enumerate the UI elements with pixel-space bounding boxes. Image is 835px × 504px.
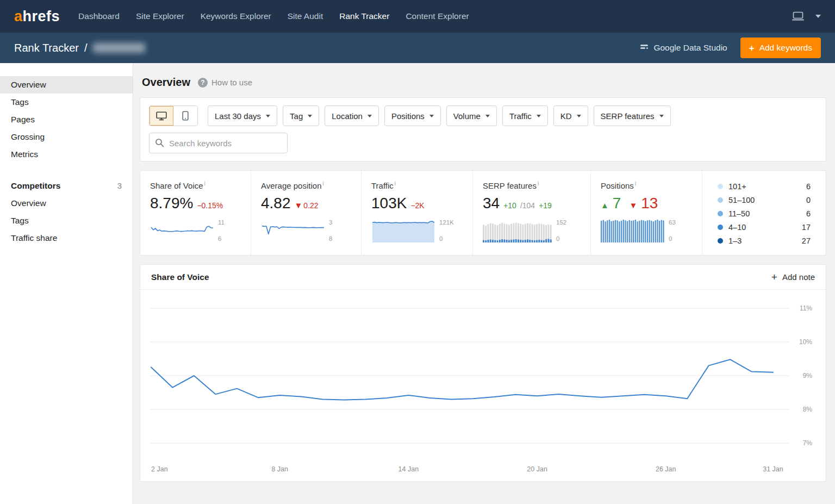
account-chevron-down-icon[interactable] [815, 15, 821, 18]
sparkline-row: 1520 [483, 219, 581, 242]
competitors-label: Competitors [11, 181, 60, 191]
metric-card-average-position[interactable]: Average positioni4.82▼0.2238 [251, 171, 362, 255]
up-triangle-icon: ▲ [601, 201, 609, 210]
positions-legend: 101+651–100011–5064–10171–327 [702, 171, 826, 255]
chevron-down-icon [485, 115, 490, 117]
sparkline-min-label: 6 [218, 235, 225, 242]
sparkline-share-of-voice [150, 219, 214, 242]
legend-dot [718, 184, 723, 189]
how-to-use-label: How to use [211, 78, 252, 87]
legend-value: 0 [791, 196, 811, 204]
nav-item-site-explorer[interactable]: Site Explorer [136, 11, 184, 21]
metric-delta: /104 [520, 201, 535, 210]
filter-positions[interactable]: Positions [384, 105, 441, 126]
filter-kd[interactable]: KD [553, 105, 588, 126]
sidebar-competitors-item-overview[interactable]: Overview [0, 195, 133, 212]
sparkline-row: 630 [601, 219, 692, 242]
sparkline-serp-features [483, 219, 552, 242]
filter-label: Location [332, 111, 363, 121]
metric-delta: −0.15% [197, 201, 223, 210]
sidebar-item-tags[interactable]: Tags [0, 94, 133, 111]
nav-item-site-audit[interactable]: Site Audit [288, 11, 323, 21]
sidebar-item-metrics[interactable]: Metrics [0, 146, 133, 163]
metric-delta: +10 [503, 201, 516, 210]
metric-value: 8.79% [150, 195, 193, 212]
legend-dot [718, 197, 723, 203]
filter-location[interactable]: Location [325, 105, 379, 126]
sidebar-item-pages[interactable]: Pages [0, 111, 133, 128]
y-axis-tick: 7% [803, 439, 813, 447]
sparkline-max-label: 11 [218, 219, 225, 226]
main-content: Overview ? How to use [133, 63, 835, 504]
google-data-studio-label: Google Data Studio [653, 43, 727, 53]
sparkline-row: 121K0 [371, 219, 463, 242]
device-toggle [149, 105, 198, 126]
legend-row-51-100[interactable]: 51–1000 [718, 193, 811, 207]
add-keywords-button[interactable]: + Add keywords [740, 38, 821, 58]
metric-card-positions[interactable]: Positionsi▲7▼13630 [591, 171, 702, 255]
info-icon: i [635, 181, 636, 186]
sidebar-item-grossing[interactable]: Grossing [0, 128, 133, 146]
legend-label: 51–100 [728, 196, 791, 204]
legend-row-11-50[interactable]: 11–506 [718, 207, 811, 220]
legend-label: 101+ [728, 182, 791, 191]
info-icon: i [538, 181, 539, 186]
info-icon: i [322, 181, 323, 186]
legend-row-1-3[interactable]: 1–327 [718, 234, 811, 247]
how-to-use-link[interactable]: ? How to use [198, 78, 252, 88]
nav-item-rank-tracker[interactable]: Rank Tracker [339, 11, 389, 21]
metric-delta: +19 [539, 201, 552, 210]
metric-card-share-of-voice[interactable]: Share of Voicei8.79%−0.15%116 [140, 171, 251, 255]
nav-item-keywords-explorer[interactable]: Keywords Explorer [201, 11, 271, 21]
share-of-voice-chart[interactable]: 11%10%9%8%7%2 Jan8 Jan14 Jan20 Jan26 Jan… [150, 296, 814, 477]
mobile-toggle-button[interactable] [173, 106, 197, 126]
nav-item-dashboard[interactable]: Dashboard [78, 11, 120, 21]
sparkline-max-label: 63 [669, 219, 676, 226]
filter-volume[interactable]: Volume [446, 105, 497, 126]
chevron-down-icon [537, 115, 541, 117]
metric-card-traffic[interactable]: Traffici103K−2K121K0 [362, 171, 473, 255]
project-name-blurred[interactable] [93, 43, 145, 53]
sidebar: OverviewTagsPagesGrossingMetrics Competi… [0, 63, 133, 504]
google-data-studio-link[interactable]: Google Data Studio [640, 43, 727, 53]
metrics-cards-panel: Share of Voicei8.79%−0.15%116Average pos… [140, 170, 826, 256]
chevron-down-icon [659, 115, 664, 117]
filter-label: Volume [453, 111, 481, 121]
legend-label: 11–50 [728, 209, 791, 218]
sparkline-row: 38 [261, 219, 351, 242]
chevron-down-icon [367, 115, 372, 117]
metric-card-serp-features[interactable]: SERP featuresi34+10/104+191520 [473, 171, 591, 255]
metric-card-title: Positionsi [601, 181, 692, 190]
sidebar-competitors-item-traffic-share[interactable]: Traffic share [0, 229, 133, 247]
add-note-button[interactable]: + Add note [771, 272, 815, 282]
legend-row-4-10[interactable]: 4–1017 [718, 220, 811, 234]
legend-label: 4–10 [728, 223, 791, 232]
sidebar-competitors-item-tags[interactable]: Tags [0, 212, 133, 229]
metric-value-row: 4.82▼0.22 [261, 195, 351, 212]
sparkline-traffic [371, 219, 435, 242]
legend-value: 27 [791, 237, 811, 245]
sparkline-max-label: 152 [556, 219, 566, 226]
breadcrumb: Rank Tracker / [14, 42, 145, 54]
x-axis-tick: 31 Jan [763, 465, 783, 473]
filter-last-30-days[interactable]: Last 30 days [208, 105, 277, 126]
filter-label: Positions [391, 111, 425, 121]
sparkline-max-label: 3 [329, 219, 332, 226]
legend-row-101[interactable]: 101+6 [718, 179, 811, 193]
filter-serp-features[interactable]: SERP features [594, 105, 671, 126]
page-title: Rank Tracker [14, 42, 79, 54]
filter-label: Tag [290, 111, 303, 121]
metric-value-row: ▲7▼13 [601, 195, 692, 212]
sparkline-min-label: 0 [439, 235, 454, 242]
ahrefs-logo[interactable]: ahrefs [14, 8, 60, 25]
desktop-toggle-button[interactable] [149, 106, 173, 126]
sidebar-item-overview[interactable]: Overview [0, 76, 133, 94]
desktop-app-icon[interactable] [792, 11, 805, 21]
filter-label: Last 30 days [215, 111, 261, 121]
filter-traffic[interactable]: Traffic [502, 105, 548, 126]
nav-item-content-explorer[interactable]: Content Explorer [406, 11, 469, 21]
chevron-down-icon [308, 115, 312, 117]
filter-tag[interactable]: Tag [283, 105, 319, 126]
desktop-icon [156, 111, 167, 121]
search-keywords-input[interactable] [149, 133, 288, 153]
